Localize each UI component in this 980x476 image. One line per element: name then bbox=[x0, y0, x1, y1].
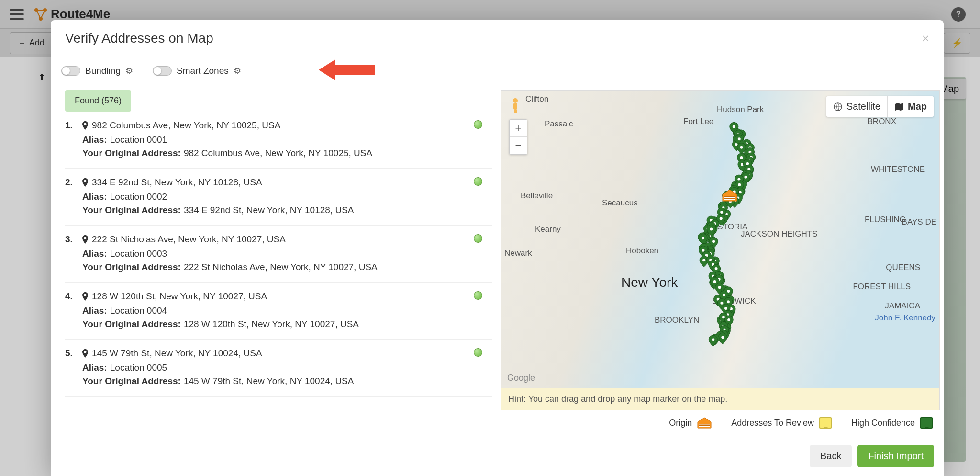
depot-marker-icon bbox=[722, 189, 738, 202]
finish-import-button[interactable]: Finish Import bbox=[858, 445, 934, 467]
svg-point-64 bbox=[712, 240, 715, 243]
status-dot-icon bbox=[474, 348, 482, 357]
row-number: 3. bbox=[65, 234, 76, 275]
alias-value: Location 0002 bbox=[110, 192, 167, 202]
svg-point-61 bbox=[710, 227, 713, 230]
original-label: Your Original Address: bbox=[82, 148, 181, 158]
legend-review-icon bbox=[819, 417, 832, 429]
svg-point-95 bbox=[727, 290, 730, 293]
original-value: 982 Columbus Ave, New York, NY 10025, US… bbox=[184, 148, 372, 158]
bundling-gear-icon[interactable]: ⚙ bbox=[125, 66, 133, 76]
svg-point-53 bbox=[720, 217, 723, 220]
legend-origin-icon bbox=[697, 417, 712, 429]
back-button[interactable]: Back bbox=[810, 445, 852, 467]
alias-value: Location 0003 bbox=[110, 249, 167, 259]
row-address: 145 W 79th St, New York, NY 10024, USA bbox=[92, 348, 262, 359]
row-address: 222 St Nicholas Ave, New York, NY 10027,… bbox=[92, 234, 286, 245]
address-list[interactable]: 1. 982 Columbus Ave, New York, NY 10025,… bbox=[51, 112, 497, 436]
svg-point-38 bbox=[739, 191, 742, 193]
svg-point-99 bbox=[723, 294, 725, 296]
svg-point-82 bbox=[715, 267, 718, 270]
svg-rect-125 bbox=[724, 198, 735, 199]
svg-point-91 bbox=[713, 280, 716, 283]
alias-value: Location 0005 bbox=[110, 363, 167, 373]
svg-point-110 bbox=[722, 316, 725, 318]
svg-point-34 bbox=[738, 183, 741, 186]
svg-point-20 bbox=[740, 156, 743, 159]
original-value: 222 St Nicholas Ave, New York, NY 10027,… bbox=[184, 262, 378, 272]
address-row[interactable]: 2. 334 E 92nd St, New York, NY 10128, US… bbox=[65, 169, 492, 226]
alias-label: Alias: bbox=[82, 306, 107, 316]
svg-point-72 bbox=[702, 249, 704, 252]
satellite-button[interactable]: Satellite bbox=[826, 96, 888, 117]
alias-label: Alias: bbox=[82, 192, 107, 202]
pin-icon bbox=[82, 349, 88, 358]
svg-point-126 bbox=[513, 98, 518, 103]
pin-icon bbox=[82, 292, 88, 301]
legend-high-icon bbox=[920, 417, 933, 429]
legend: Origin Addresses To Review High Confiden… bbox=[501, 410, 940, 436]
map-canvas[interactable]: Clifton Passaic Hudson Park Fort Lee BRO… bbox=[501, 90, 940, 388]
svg-point-122 bbox=[712, 338, 714, 341]
google-logo: Google bbox=[507, 373, 535, 383]
alias-value: Location 0001 bbox=[110, 135, 167, 145]
svg-point-14 bbox=[740, 146, 743, 149]
svg-point-3 bbox=[733, 125, 735, 128]
smartzones-gear-icon[interactable]: ⚙ bbox=[234, 66, 241, 76]
row-address: 128 W 120th St, New York, NY 10027, USA bbox=[92, 291, 267, 302]
smartzones-toggle[interactable] bbox=[153, 66, 172, 76]
map-hint: Hint: You can drag and drop any map mark… bbox=[501, 388, 940, 410]
row-address: 982 Columbus Ave, New York, NY 10025, US… bbox=[92, 120, 280, 131]
svg-point-10 bbox=[738, 137, 741, 140]
svg-point-50 bbox=[720, 211, 723, 214]
alias-label: Alias: bbox=[82, 249, 107, 259]
close-icon[interactable]: × bbox=[922, 31, 929, 46]
map-button[interactable]: Map bbox=[888, 96, 934, 117]
alias-value: Location 0004 bbox=[110, 306, 167, 316]
original-label: Your Original Address: bbox=[82, 319, 181, 329]
svg-point-106 bbox=[724, 307, 727, 310]
row-number: 2. bbox=[65, 177, 76, 218]
status-dot-icon bbox=[474, 177, 482, 186]
original-label: Your Original Address: bbox=[82, 262, 181, 272]
address-row[interactable]: 1. 982 Columbus Ave, New York, NY 10025,… bbox=[65, 112, 492, 169]
original-label: Your Original Address: bbox=[82, 376, 181, 386]
svg-rect-133 bbox=[699, 425, 710, 426]
svg-point-29 bbox=[744, 176, 747, 179]
verify-addresses-modal: Verify Addresses on Map × Bundling ⚙ Sma… bbox=[51, 20, 944, 476]
svg-rect-128 bbox=[514, 110, 515, 113]
svg-rect-124 bbox=[724, 196, 735, 197]
pin-icon bbox=[82, 121, 88, 130]
status-dot-icon bbox=[474, 120, 482, 129]
row-number: 4. bbox=[65, 291, 76, 332]
address-row[interactable]: 3. 222 St Nicholas Ave, New York, NY 100… bbox=[65, 226, 492, 283]
svg-point-92 bbox=[718, 286, 721, 289]
address-row[interactable]: 5. 145 W 79th St, New York, NY 10024, US… bbox=[65, 340, 492, 397]
pin-icon bbox=[82, 178, 88, 187]
alias-label: Alias: bbox=[82, 135, 107, 145]
pegman-icon[interactable] bbox=[509, 97, 522, 114]
zoom-out-button[interactable]: − bbox=[510, 137, 527, 154]
bundling-toggle[interactable] bbox=[61, 66, 80, 76]
svg-point-111 bbox=[727, 318, 730, 321]
row-number: 5. bbox=[65, 348, 76, 389]
svg-point-102 bbox=[720, 302, 723, 305]
original-value: 334 E 92nd St, New York, NY 10128, USA bbox=[184, 205, 354, 215]
tab-found[interactable]: Found (576) bbox=[65, 90, 131, 112]
original-value: 145 W 79th St, New York, NY 10024, USA bbox=[184, 376, 354, 386]
address-row[interactable]: 4. 128 W 120th St, New York, NY 10027, U… bbox=[65, 283, 492, 340]
row-number: 1. bbox=[65, 120, 76, 161]
svg-rect-132 bbox=[699, 424, 710, 425]
status-dot-icon bbox=[474, 291, 482, 300]
zoom-in-button[interactable]: + bbox=[510, 120, 527, 137]
pin-icon bbox=[82, 235, 88, 244]
svg-point-101 bbox=[727, 300, 730, 303]
svg-point-120 bbox=[721, 336, 724, 339]
bundling-label: Bundling bbox=[85, 66, 121, 76]
modal-title: Verify Addresses on Map bbox=[65, 31, 213, 46]
original-value: 128 W 120th St, New York, NY 10027, USA bbox=[184, 319, 359, 329]
svg-point-26 bbox=[747, 168, 750, 170]
svg-point-66 bbox=[702, 237, 704, 239]
alias-label: Alias: bbox=[82, 363, 107, 373]
pin-cluster bbox=[683, 119, 779, 359]
